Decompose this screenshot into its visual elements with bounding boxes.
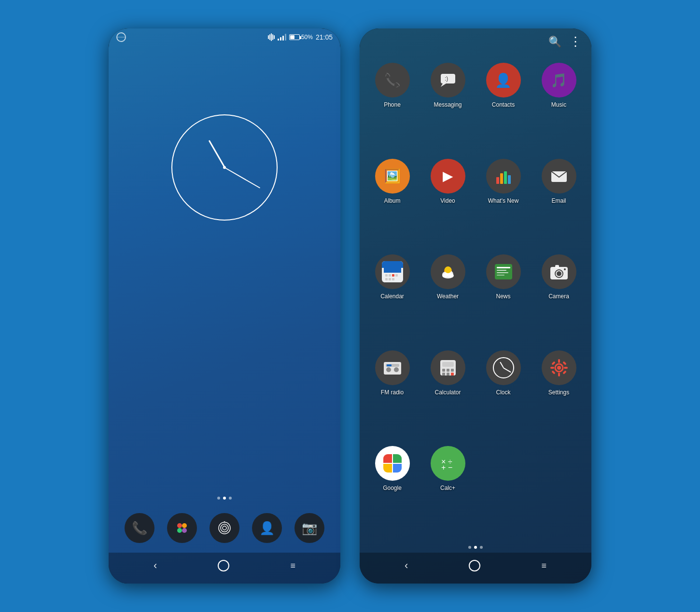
app-calcplus[interactable]: × ÷ + − Calc+ (420, 441, 476, 537)
svg-rect-57 (550, 367, 554, 369)
svg-text:−: − (448, 463, 452, 472)
right-dot-3 (480, 546, 483, 549)
minute-hand (224, 167, 261, 188)
svg-rect-18 (385, 274, 388, 277)
dot-2 (223, 497, 226, 500)
svg-rect-11 (496, 177, 499, 184)
clock-icon-wrapper (486, 350, 521, 385)
dot-1 (217, 497, 220, 500)
search-icon[interactable]: 🔍 (548, 36, 561, 48)
app-contacts[interactable]: 👤 Contacts (476, 58, 531, 154)
svg-rect-13 (504, 171, 507, 184)
calendar-icon-wrapper (375, 254, 410, 289)
weather-icon-wrapper (431, 254, 465, 289)
app-grid: 📞 Phone :) Messaging (360, 53, 591, 542)
battery-icon: 50% (289, 34, 313, 41)
weather-label: Weather (437, 293, 459, 300)
album-icon-wrapper: 🖼️ (375, 159, 410, 194)
right-nav-menu[interactable]: ≡ (541, 561, 546, 571)
app-email[interactable]: Email (531, 154, 587, 250)
app-news[interactable]: News (476, 250, 531, 346)
more-icon[interactable]: ⋮ (569, 34, 582, 49)
wifi-icon (116, 32, 126, 42)
svg-marker-9 (441, 83, 446, 87)
app-fm[interactable]: FM radio (364, 346, 420, 442)
nav-bar: ‹ ≡ (109, 553, 340, 584)
svg-rect-61 (551, 370, 555, 374)
app-messaging[interactable]: :) Messaging (420, 58, 476, 154)
svg-rect-51 (447, 373, 449, 376)
app-settings[interactable]: Settings (531, 346, 587, 442)
app-phone[interactable]: 📞 Phone (364, 58, 420, 154)
video-icon-wrapper: ▶ (431, 159, 465, 194)
svg-point-5 (221, 524, 228, 532)
app-calculator[interactable]: Calculator (420, 346, 476, 442)
svg-rect-38 (555, 265, 559, 268)
app-clock[interactable]: Clock (476, 346, 531, 442)
dock-phone[interactable]: 📞 (125, 513, 154, 543)
dock-camera[interactable]: 📷 (294, 513, 324, 543)
svg-rect-14 (508, 175, 511, 184)
right-screen: 🔍 ⋮ 📞 Phone (360, 28, 591, 584)
calcplus-icon-wrapper: × ÷ + − (431, 446, 465, 481)
app-music[interactable]: 🎵 Music (531, 58, 587, 154)
dock: 📞 (109, 507, 340, 553)
app-calendar[interactable]: Calendar (364, 250, 420, 346)
svg-rect-12 (500, 173, 503, 184)
svg-rect-62 (562, 370, 566, 374)
vibrate-icon (268, 33, 275, 41)
app-whatsnew[interactable]: What's New (476, 154, 531, 250)
dock-contacts[interactable]: 👤 (252, 513, 282, 543)
hour-hand (208, 140, 225, 168)
calculator-label: Calculator (434, 389, 461, 396)
svg-point-0 (177, 523, 182, 528)
dock-fingerprint[interactable] (210, 513, 239, 543)
nav-home[interactable] (218, 560, 229, 571)
app-google[interactable]: Google (364, 441, 420, 537)
svg-point-37 (557, 271, 561, 276)
right-dot-2 (474, 546, 477, 549)
svg-text::): :) (445, 75, 448, 82)
battery-pct: 50% (301, 34, 313, 41)
time-display: 21:05 (316, 33, 333, 41)
app-camera[interactable]: Camera (531, 250, 587, 346)
svg-rect-46 (442, 362, 454, 367)
svg-rect-60 (562, 361, 566, 365)
status-bar: 50% 21:05 (109, 28, 340, 46)
svg-rect-50 (442, 373, 445, 376)
calendar-label: Calendar (380, 293, 404, 300)
right-page-indicator (360, 542, 591, 553)
news-label: News (496, 293, 510, 300)
left-screen: 50% 21:05 (109, 28, 340, 584)
svg-rect-21 (395, 274, 398, 277)
left-phone: 50% 21:05 (109, 28, 340, 584)
svg-rect-24 (392, 278, 394, 280)
calcplus-label: Calc+ (440, 485, 455, 491)
app-weather[interactable]: Weather (420, 250, 476, 346)
app-album[interactable]: 🖼️ Album (364, 154, 420, 250)
svg-point-42 (394, 367, 399, 372)
app-video[interactable]: ▶ Video (420, 154, 476, 250)
app-drawer-header: 🔍 ⋮ (360, 28, 591, 53)
contacts-icon-wrapper: 👤 (486, 63, 521, 97)
dock-apps[interactable] (167, 513, 197, 543)
right-nav-bar: ‹ ≡ (360, 553, 591, 584)
right-nav-home[interactable] (469, 560, 480, 571)
clock-label: Clock (496, 389, 510, 396)
camera-icon-wrapper (542, 254, 576, 289)
dot-3 (229, 497, 232, 500)
svg-rect-40 (384, 362, 401, 375)
email-icon-wrapper (542, 159, 576, 194)
right-nav-back[interactable]: ‹ (405, 559, 408, 572)
nav-back[interactable]: ‹ (154, 559, 157, 572)
svg-text:+: + (441, 463, 446, 472)
svg-rect-22 (385, 278, 388, 280)
nav-menu[interactable]: ≡ (290, 561, 295, 571)
contacts-label: Contacts (492, 101, 515, 108)
svg-rect-59 (551, 361, 555, 365)
svg-point-29 (445, 266, 451, 273)
whatsnew-label: What's New (488, 197, 519, 204)
page-indicator (109, 489, 340, 507)
phone-icon-wrapper: 📞 (375, 63, 410, 97)
svg-rect-56 (558, 373, 560, 376)
